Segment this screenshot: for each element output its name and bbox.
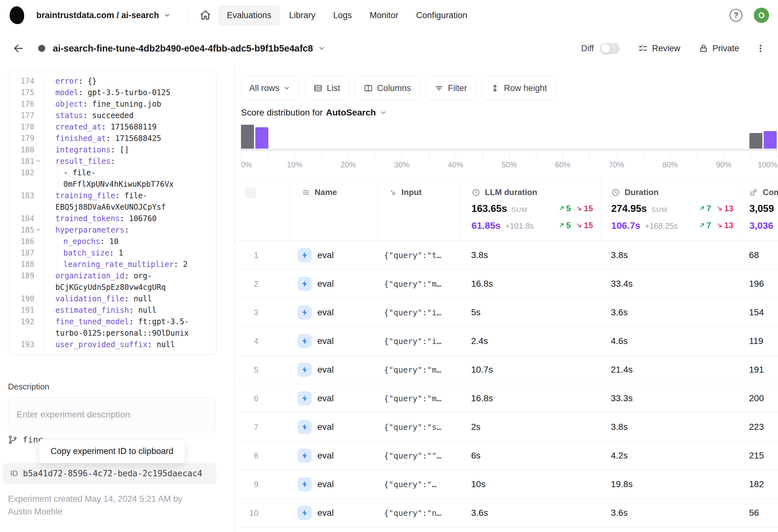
row-llm-duration: 16.8s xyxy=(461,279,601,289)
line-number-gutter: 178 xyxy=(8,121,45,133)
table-row[interactable]: 7 eval {"query":"s… 2s 3.8s 223 xyxy=(235,413,778,442)
clock-icon xyxy=(611,188,620,197)
column-header-llm-duration[interactable]: LLM duration 163.65sSUM 5 15 61.85s+101.… xyxy=(461,178,601,241)
experiment-id-pill[interactable]: ID b5a41d72-8596-4c72-beda-2c195daecac4 xyxy=(3,463,217,483)
bolt-icon xyxy=(298,477,312,491)
bolt-icon xyxy=(298,363,312,377)
row-completion: 154 xyxy=(741,307,778,318)
line-number-gutter: 176 xyxy=(8,98,45,110)
nav-tabs: Evaluations Library Logs Monitor Configu… xyxy=(218,5,476,26)
avatar[interactable]: O xyxy=(754,8,769,23)
filter-icon xyxy=(434,83,444,93)
llm-avg-improvements: 5 xyxy=(558,220,571,230)
collapse-chevron-icon[interactable] xyxy=(35,227,41,233)
bolt-icon xyxy=(298,277,312,291)
back-arrow-icon[interactable] xyxy=(13,42,24,54)
line-number: 189 xyxy=(21,270,34,282)
description-input[interactable] xyxy=(8,397,216,432)
duration-sum-regressions: 13 xyxy=(716,204,733,213)
select-all-checkbox[interactable] xyxy=(245,187,256,198)
table-row[interactable]: 9 eval {"query":"… 10s 19.8s 182 xyxy=(235,470,778,499)
row-llm-duration: 10s xyxy=(461,479,601,490)
table-row[interactable]: 3 eval {"query":"i… 5s 3.6s 154 xyxy=(235,298,778,327)
table-row[interactable]: 8 eval {"query":""… 6s 4.2s 215 xyxy=(235,442,778,470)
line-number: 175 xyxy=(21,87,34,98)
axis-label: 90% xyxy=(716,160,731,169)
collapse-chevron-icon[interactable] xyxy=(35,158,41,164)
row-llm-duration: 2.4s xyxy=(461,336,601,346)
axis-label: 40% xyxy=(448,160,463,169)
histogram-bar xyxy=(749,133,762,149)
braintrust-logo[interactable] xyxy=(8,5,25,25)
tab-logs[interactable]: Logs xyxy=(324,5,361,26)
table-row[interactable]: 6 eval {"query":"m… 16.8s 33.3s 200 xyxy=(235,384,778,413)
list-view-button[interactable]: List xyxy=(305,76,349,100)
row-input: {"query":"… xyxy=(378,480,461,489)
code-text: estimated_finish: null xyxy=(45,304,216,316)
text-lines-icon xyxy=(302,188,310,197)
list-icon xyxy=(313,83,323,93)
breadcrumb[interactable]: braintrustdata.com / ai-search xyxy=(36,10,159,20)
table-row[interactable]: 4 eval {"query":"i… 2.4s 4.6s 119 xyxy=(235,327,778,356)
code-text: integrations: [] xyxy=(45,144,216,156)
row-name: eval xyxy=(317,307,334,318)
row-input: {"query":"i… xyxy=(378,308,461,317)
code-text: error: {} xyxy=(45,75,216,87)
column-header-name[interactable]: Name xyxy=(290,178,378,241)
filter-button[interactable]: Filter xyxy=(425,76,476,100)
column-header-completion[interactable]: Com 3,059 3,036 xyxy=(741,178,778,241)
chevron-down-icon[interactable] xyxy=(318,45,326,52)
row-number: 8 xyxy=(235,451,258,461)
axis-label: 50% xyxy=(501,160,517,169)
metadata-code-viewer[interactable]: 174 error: {} 175 model: gpt-3.5-turbo-0… xyxy=(8,71,217,355)
code-text: created_at: 1715688119 xyxy=(45,121,216,133)
duration-avg-improvements: 7 xyxy=(699,220,711,230)
copy-id-tooltip: Copy experiment ID to clipboard xyxy=(39,439,185,463)
axis-tick xyxy=(456,151,456,159)
row-input: {"query":""… xyxy=(378,451,461,460)
row-input: {"query":"i… xyxy=(378,337,461,346)
id-value: b5a41d72-8596-4c72-beda-2c195daecac4 xyxy=(23,469,203,478)
duration-sum-tag: SUM xyxy=(651,206,667,213)
axis-tick xyxy=(563,151,563,159)
experiment-source-link[interactable]: fine xyxy=(8,435,43,444)
score-distribution-selector[interactable]: Score distribution for AutoSearch xyxy=(241,107,387,118)
row-height-button[interactable]: Row height xyxy=(482,76,555,100)
all-rows-label: All rows xyxy=(249,83,280,93)
llm-sum-regressions: 15 xyxy=(576,204,593,213)
review-button[interactable]: Review xyxy=(638,43,680,54)
experiment-title[interactable]: ai-search-fine-tune-4db2b490-e0e4-4fbb-a… xyxy=(53,43,313,54)
table-row[interactable]: 2 eval {"query":"m… 16.8s 33.4s 196 xyxy=(235,270,778,298)
all-rows-dropdown[interactable]: All rows xyxy=(241,76,299,100)
tab-evaluations[interactable]: Evaluations xyxy=(218,5,281,26)
table-row[interactable]: 5 eval {"query":"m… 10.7s 21.4s 191 xyxy=(235,356,778,384)
duration-avg-regressions: 13 xyxy=(716,220,733,230)
code-text: finished_at: 1715688425 xyxy=(45,133,216,144)
table-row[interactable]: 10 eval {"query":"n… 3.6s 3.6s 56 xyxy=(235,499,778,528)
line-number: 179 xyxy=(21,133,34,144)
code-line: 183 training_file: file- EBQ5j88DVaA6vXe… xyxy=(8,190,216,213)
code-text: fine_tuned_model: ft:gpt-3.5- turbo-0125… xyxy=(45,316,216,339)
row-duration: 33.3s xyxy=(601,393,741,404)
row-input: {"query":"n… xyxy=(378,509,461,518)
columns-button[interactable]: Columns xyxy=(355,76,420,100)
line-number: 174 xyxy=(21,75,34,87)
arrow-down-right-icon xyxy=(389,188,397,197)
column-header-duration[interactable]: Duration 274.95sSUM 7 13 106.7s+168.25s … xyxy=(601,178,741,241)
chevron-down-icon[interactable] xyxy=(164,12,171,19)
tab-monitor[interactable]: Monitor xyxy=(361,5,407,26)
kebab-menu-icon[interactable] xyxy=(756,43,765,53)
private-label: Private xyxy=(712,43,739,54)
column-header-input[interactable]: Input xyxy=(378,178,461,241)
row-name: eval xyxy=(317,393,334,404)
experiment-titlebar: ai-search-fine-tune-4db2b490-e0e4-4fbb-a… xyxy=(0,30,778,66)
table-row[interactable]: 1 eval {"query":"t… 3.8s 3.8s 68 xyxy=(235,241,778,270)
row-duration: 33.4s xyxy=(601,279,741,289)
tab-configuration[interactable]: Configuration xyxy=(407,5,476,26)
code-text: model: gpt-3.5-turbo-0125 xyxy=(45,87,216,98)
home-icon[interactable] xyxy=(200,10,211,21)
help-icon[interactable]: ? xyxy=(729,9,742,22)
diff-toggle[interactable] xyxy=(600,43,620,54)
private-button[interactable]: Private xyxy=(699,43,739,54)
tab-library[interactable]: Library xyxy=(280,5,324,26)
